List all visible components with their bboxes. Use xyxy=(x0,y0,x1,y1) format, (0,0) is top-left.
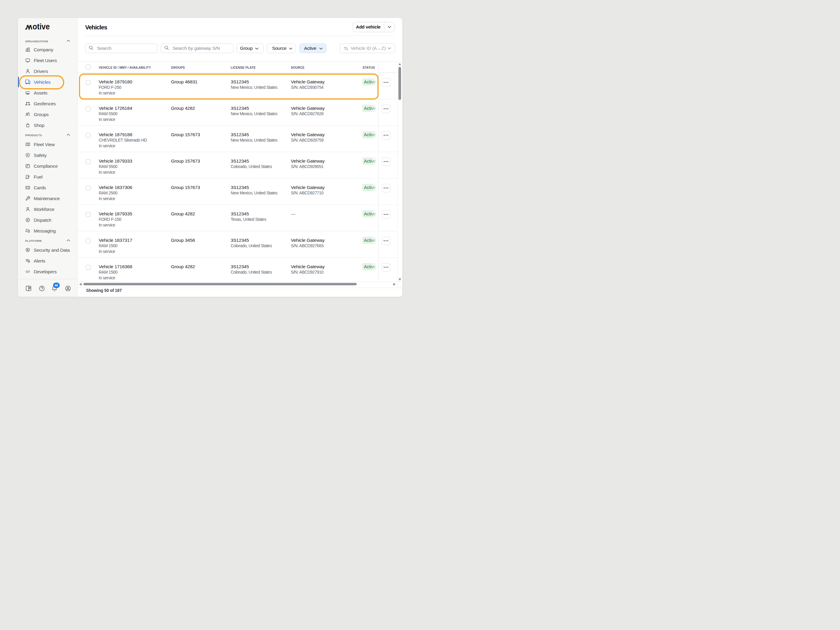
svg-text:otive: otive xyxy=(33,24,50,30)
